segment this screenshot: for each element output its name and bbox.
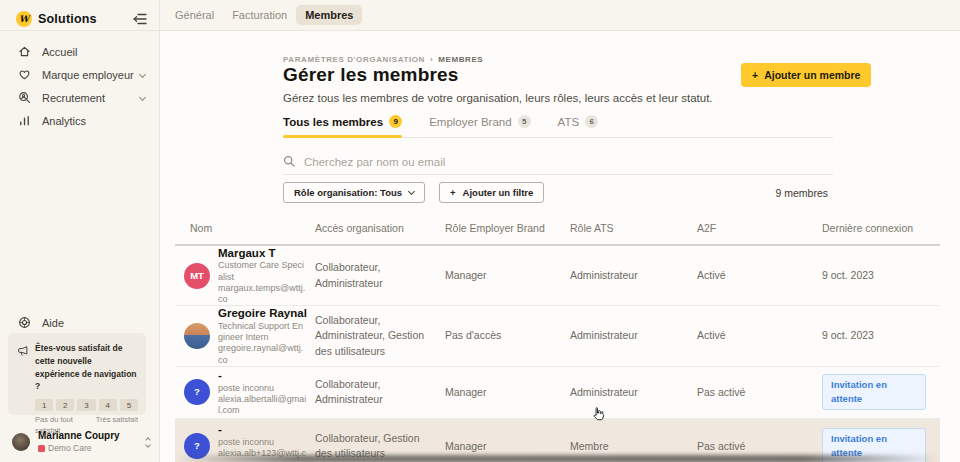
mouse-cursor [592,406,606,426]
add-filter-button[interactable]: + Ajouter un filtre [439,182,544,203]
member-job: Customer Care Specialist [218,260,307,283]
member-email: margaux.temps@wttj.co [218,283,307,306]
member-email: alexia.albertalli@gmail.com [218,394,307,417]
chevron-down-icon [139,94,146,101]
org-logo-icon [38,445,45,452]
breadcrumb-current: MEMBRES [438,55,483,64]
member-name: - [218,368,307,382]
table-row[interactable]: ? - poste inconnu alexia.albertalli@gmai… [175,367,940,419]
breadcrumb: PARAMÈTRES D'ORGANISATION › MEMBRES [283,55,483,64]
member-job: poste inconnu [218,383,307,394]
home-icon [18,45,31,58]
cell-role-employer-brand: Manager [445,385,570,400]
main-content: PARAMÈTRES D'ORGANISATION › MEMBRES Gére… [161,31,960,462]
search-bar [283,149,833,175]
cell-org-access: Collaborateur, Administrateur [315,260,445,290]
survey-score-5[interactable]: 5 [120,399,138,411]
member-name: Margaux T [218,246,307,260]
settings-topbar: Général Facturation Membres [160,0,960,30]
chevron-updown-icon [146,438,150,447]
cell-org-access: Collaborateur, Administrateur, Gestion d… [315,313,445,359]
cell-a2f: Pas activé [697,439,822,454]
page-title: Gérer les membres [283,64,459,86]
cell-org-access: Collaborateur, Administrateur [315,377,445,407]
brand-logo-icon: W [16,11,32,27]
cell-role-ats: Membre [570,439,697,454]
sidebar-item-label: Recrutement [42,92,140,104]
search-icon [283,155,296,168]
user-name: Marianne Coupry [38,431,120,441]
sidebar-item-accueil[interactable]: Accueil [0,40,159,63]
cell-role-employer-brand: Manager [445,439,570,454]
member-name: - [218,422,307,436]
tab-ats[interactable]: ATS 6 [558,113,599,137]
member-name: Gregoire Raynal [218,306,307,320]
search-input[interactable] [304,156,833,168]
sidebar-help: Aide [0,311,159,334]
members-table: Nom Accès organisation Rôle Employer Bra… [175,222,940,462]
sidebar-item-label: Aide [42,317,145,329]
count-badge: 6 [585,115,598,128]
add-member-button[interactable]: + Ajouter un membre [741,63,871,87]
survey-score-1[interactable]: 1 [35,399,53,411]
satisfaction-survey-card: Êtes-vous satisfait de cette nouvelle ex… [8,333,146,415]
table-row[interactable]: Gregoire Raynal Technical Support Engine… [175,306,940,366]
cell-a2f: Pas activé [697,385,822,400]
avatar-initials: MT [184,263,210,289]
table-row[interactable]: MT Margaux T Customer Care Specialist ma… [175,246,940,306]
breadcrumb-separator-icon: › [430,55,433,64]
bar-chart-icon [18,114,31,127]
avatar-photo [184,323,210,349]
table-header: Nom Accès organisation Rôle Employer Bra… [175,222,940,246]
cell-role-employer-brand: Manager [445,268,570,283]
heart-icon [18,68,31,81]
sidebar-item-label: Marque employeur [42,69,140,81]
horizontal-scrollbar[interactable] [175,455,940,462]
sidebar-item-marque-employeur[interactable]: Marque employeur [0,63,159,86]
cell-role-employer-brand: Pas d'accès [445,328,570,343]
member-job: Technical Support Engineer Intern [218,321,307,344]
cell-a2f: Activé [697,328,822,343]
chevron-down-icon [408,188,415,195]
survey-score-2[interactable]: 2 [56,399,74,411]
tab-tous-les-membres[interactable]: Tous les membres 9 [283,113,402,137]
tab-facturation[interactable]: Facturation [223,5,296,25]
chevron-down-icon [139,71,146,78]
sidebar-nav: Accueil Marque employeur Rec [0,40,159,132]
sidebar-item-aide[interactable]: Aide [0,311,159,334]
sidebar-item-label: Accueil [42,46,145,58]
sidebar-item-analytics[interactable]: Analytics [0,109,159,132]
megaphone-icon [17,343,29,355]
cell-last-login: 9 oct. 2023 [822,328,940,343]
tab-membres[interactable]: Membres [296,5,362,25]
survey-score-3[interactable]: 3 [77,399,95,411]
column-role-employer-brand: Rôle Employer Brand [445,222,570,234]
avatar-initials: ? [184,379,210,405]
invitation-pending-badge: Invitation en attente [822,374,926,410]
sidebar-item-label: Analytics [42,115,145,127]
page-subtitle: Gérez tous les membres de votre organisa… [283,92,713,104]
brand-logo[interactable]: W Solutions [16,10,147,28]
cell-a2f: Activé [697,268,822,283]
cell-role-ats: Administrateur [570,385,697,400]
column-acces-organisation: Accès organisation [315,222,445,234]
sidebar-item-recrutement[interactable]: Recrutement [0,86,159,109]
brand-name: Solutions [38,12,97,26]
column-a2f: A2F [697,222,822,234]
user-menu[interactable]: Marianne Coupry Demo Care [12,429,150,455]
user-avatar [12,433,30,451]
tab-general[interactable]: Général [166,5,223,25]
tab-employer-brand[interactable]: Employer Brand 5 [429,113,530,137]
collapse-sidebar-icon[interactable] [132,13,147,25]
survey-score-4[interactable]: 4 [99,399,117,411]
member-email: gregoire.raynal@wttj.co [218,343,307,366]
plus-icon: + [752,69,758,81]
members-tabs: Tous les membres 9 Employer Brand 5 ATS … [283,113,833,138]
search-person-icon [18,91,31,104]
role-filter-button[interactable]: Rôle organisation: Tous [283,182,425,203]
cell-role-ats: Administrateur [570,268,697,283]
app-window: W Solutions Accueil [0,0,960,462]
member-count: 9 membres [775,187,828,199]
breadcrumb-parent[interactable]: PARAMÈTRES D'ORGANISATION [283,55,425,64]
sidebar: W Solutions Accueil [0,0,160,462]
